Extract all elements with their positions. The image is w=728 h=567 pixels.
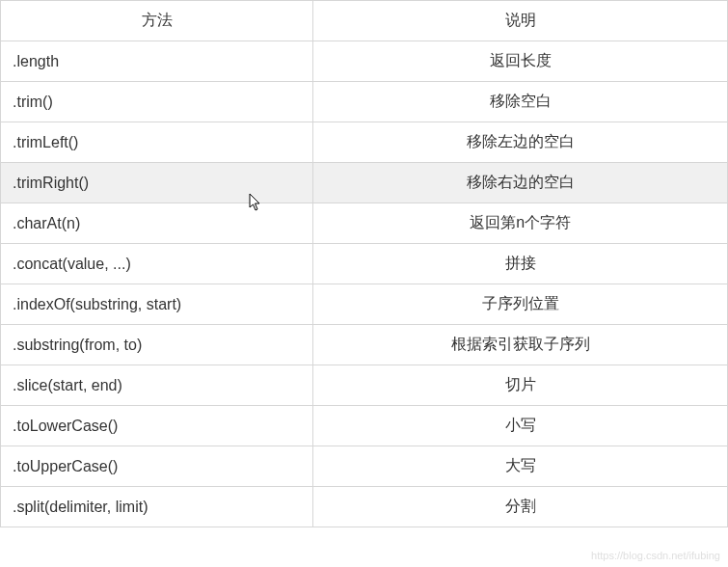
method-cell: .split(delimiter, limit) [1, 487, 313, 527]
table-row: .charAt(n)返回第n个字符 [1, 203, 728, 244]
methods-table: 方法 说明 .length返回长度.trim()移除空白.trimLeft()移… [0, 0, 728, 527]
method-cell: .toLowerCase() [1, 406, 313, 446]
table-body: .length返回长度.trim()移除空白.trimLeft()移除左边的空白… [1, 41, 728, 527]
table-row: .toUpperCase()大写 [1, 446, 728, 487]
table-row: .trim()移除空白 [1, 82, 728, 122]
table-row: .split(delimiter, limit)分割 [1, 487, 728, 527]
method-cell: .indexOf(substring, start) [1, 284, 313, 325]
description-cell: 根据索引获取子序列 [313, 325, 728, 365]
method-cell: .trimRight() [1, 163, 313, 203]
table-row: .substring(from, to)根据索引获取子序列 [1, 325, 728, 365]
description-cell: 拼接 [313, 244, 728, 284]
description-cell: 切片 [313, 365, 728, 406]
method-cell: .trim() [1, 82, 313, 122]
method-cell: .trimLeft() [1, 122, 313, 163]
description-cell: 分割 [313, 487, 728, 527]
table-row: .trimLeft()移除左边的空白 [1, 122, 728, 163]
table-row: .trimRight()移除右边的空白 [1, 163, 728, 203]
description-cell: 移除空白 [313, 82, 728, 122]
table-row: .indexOf(substring, start)子序列位置 [1, 284, 728, 325]
method-cell: .concat(value, ...) [1, 244, 313, 284]
table-row: .length返回长度 [1, 41, 728, 82]
table-row: .toLowerCase()小写 [1, 406, 728, 446]
table-header-row: 方法 说明 [1, 1, 728, 41]
table-row: .concat(value, ...)拼接 [1, 244, 728, 284]
method-cell: .charAt(n) [1, 203, 313, 244]
header-method: 方法 [1, 1, 313, 41]
table-row: .slice(start, end)切片 [1, 365, 728, 406]
method-cell: .length [1, 41, 313, 82]
description-cell: 子序列位置 [313, 284, 728, 325]
description-cell: 移除左边的空白 [313, 122, 728, 163]
header-description: 说明 [313, 1, 728, 41]
description-cell: 小写 [313, 406, 728, 446]
description-cell: 移除右边的空白 [313, 163, 728, 203]
description-cell: 返回长度 [313, 41, 728, 82]
method-cell: .slice(start, end) [1, 365, 313, 406]
description-cell: 返回第n个字符 [313, 203, 728, 244]
method-cell: .substring(from, to) [1, 325, 313, 365]
watermark-text: https://blog.csdn.net/ifubing [591, 550, 720, 561]
method-cell: .toUpperCase() [1, 446, 313, 487]
description-cell: 大写 [313, 446, 728, 487]
